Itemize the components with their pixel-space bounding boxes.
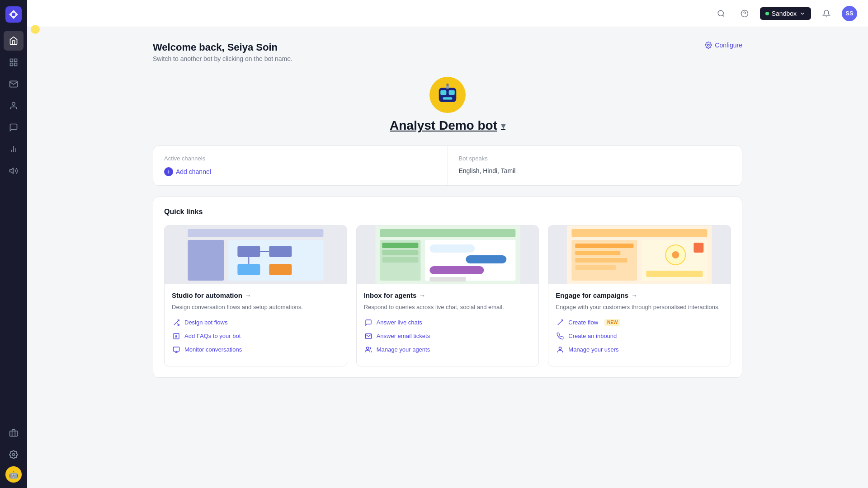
main-content: Sandbox SS Welcome back, Seiya Soin Swit… [27, 0, 868, 488]
ql-card-studio-title: Studio for automation → [172, 291, 340, 299]
topbar: Sandbox SS [27, 0, 868, 27]
svg-point-24 [446, 84, 448, 86]
svg-rect-62 [576, 258, 627, 263]
add-channel-button[interactable]: + Add channel [164, 167, 437, 176]
agents-icon [364, 345, 373, 354]
arrow-icon: → [245, 292, 251, 299]
ql-card-inbox-desc: Respond to queries across live chat, soc… [364, 303, 532, 312]
ql-link-email-tickets[interactable]: Answer email tickets [364, 332, 532, 341]
bot-name-chevron-icon: ▾ [501, 120, 505, 131]
svg-point-65 [672, 251, 679, 258]
ql-card-studio: Studio for automation → Design conversat… [164, 225, 347, 366]
sidebar-item-integrations[interactable] [4, 423, 24, 443]
svg-rect-52 [466, 255, 506, 263]
svg-rect-27 [188, 240, 224, 281]
ql-link-manage-users[interactable]: Manage your users [556, 345, 723, 354]
bot-avatar [429, 77, 466, 113]
svg-rect-20 [440, 90, 446, 95]
bot-avatar-sidebar[interactable]: 🤖 [5, 466, 22, 483]
ql-card-engage-body: Engage for campaigns → Engage with your … [548, 284, 731, 366]
svg-marker-10 [10, 168, 14, 174]
ql-card-engage-title: Engage for campaigns → [556, 291, 723, 299]
quick-links-title: Quick links [164, 208, 731, 216]
svg-point-17 [708, 44, 709, 46]
quick-links-grid: Studio for automation → Design conversat… [164, 225, 731, 366]
svg-point-1 [12, 13, 15, 16]
quick-links-section: Quick links [153, 197, 742, 378]
svg-rect-48 [382, 250, 418, 255]
ql-link-create-flow[interactable]: Create flow NEW [556, 318, 723, 327]
help-icon[interactable] [736, 5, 753, 22]
sidebar: 🤖 [0, 0, 27, 488]
ql-link-create-inbound[interactable]: Create an inbound [556, 332, 723, 341]
svg-rect-67 [694, 243, 704, 253]
svg-rect-54 [429, 277, 466, 282]
users-icon [556, 345, 565, 354]
chevron-down-icon [799, 10, 806, 17]
inbound-icon [556, 332, 565, 341]
notifications-icon[interactable] [818, 5, 835, 22]
sidebar-item-conversations[interactable] [4, 117, 24, 137]
email-icon [364, 332, 373, 341]
sidebar-item-settings[interactable] [4, 445, 24, 465]
welcome-subtext: Switch to another bot by clicking on the… [153, 55, 292, 62]
channels-card: Active channels + Add channel Bot speaks… [153, 145, 742, 186]
bot-name[interactable]: Analyst Demo bot ▾ [390, 118, 505, 133]
ql-link-live-chats[interactable]: Answer live chats [364, 318, 532, 327]
app-logo[interactable] [5, 5, 23, 23]
bot-speaks-label: Bot speaks [459, 155, 731, 162]
svg-rect-51 [429, 244, 475, 253]
svg-line-14 [722, 15, 724, 16]
ql-card-inbox: Inbox for agents → Respond to queries ac… [356, 225, 539, 366]
ql-link-manage-agents[interactable]: Manage your agents [364, 345, 532, 354]
svg-point-12 [13, 454, 15, 456]
svg-rect-33 [269, 264, 292, 275]
svg-rect-45 [380, 229, 515, 237]
bot-languages: English, Hindi, Tamil [459, 167, 731, 174]
ql-card-studio-image [165, 225, 347, 284]
sandbox-status-dot [765, 12, 769, 15]
sidebar-item-overview[interactable] [4, 52, 24, 72]
ql-card-inbox-title: Inbox for agents → [364, 291, 532, 299]
sidebar-item-home[interactable] [4, 31, 24, 51]
faq-icon [172, 332, 181, 341]
svg-rect-2 [10, 59, 13, 62]
svg-rect-4 [14, 63, 17, 66]
configure-button[interactable]: Configure [705, 42, 742, 49]
sandbox-selector[interactable]: Sandbox [760, 7, 811, 20]
sidebar-item-inbox[interactable] [4, 74, 24, 94]
configure-icon [705, 42, 712, 49]
ql-link-design-flows[interactable]: Design bot flows [172, 318, 340, 327]
svg-rect-32 [237, 264, 260, 275]
svg-rect-49 [382, 257, 418, 263]
user-avatar[interactable]: SS [842, 6, 857, 21]
svg-rect-23 [446, 85, 449, 89]
plus-circle-icon: + [164, 167, 173, 176]
svg-rect-61 [576, 251, 621, 255]
ql-link-add-faqs[interactable]: Add FAQs to your bot [172, 332, 340, 341]
channels-left: Active channels + Add channel [153, 146, 448, 185]
sidebar-item-campaigns[interactable] [4, 161, 24, 181]
flow-icon [172, 318, 181, 327]
svg-point-6 [12, 103, 15, 106]
svg-rect-53 [429, 266, 484, 274]
svg-point-13 [718, 10, 723, 16]
ql-card-studio-desc: Design conversation flows and setup auto… [172, 303, 340, 312]
ql-card-inbox-body: Inbox for agents → Respond to queries ac… [357, 284, 539, 366]
ql-card-engage-desc: Engage with your customers through perso… [556, 303, 723, 312]
welcome-text: Welcome back, Seiya Soin Switch to anoth… [153, 42, 292, 62]
chat-icon [364, 318, 373, 327]
svg-rect-41 [173, 347, 179, 351]
svg-rect-11 [10, 431, 18, 436]
svg-rect-60 [576, 244, 634, 248]
welcome-section: Welcome back, Seiya Soin Switch to anoth… [153, 42, 742, 62]
svg-rect-47 [382, 243, 418, 248]
sidebar-item-contacts[interactable] [4, 96, 24, 116]
svg-point-55 [366, 347, 368, 349]
arrow-icon-2: → [419, 292, 425, 299]
search-icon[interactable] [713, 5, 729, 22]
svg-rect-21 [449, 90, 455, 95]
ql-link-monitor[interactable]: Monitor conversations [172, 345, 340, 354]
sidebar-item-analytics[interactable] [4, 139, 24, 159]
ql-card-engage-image [548, 225, 731, 284]
